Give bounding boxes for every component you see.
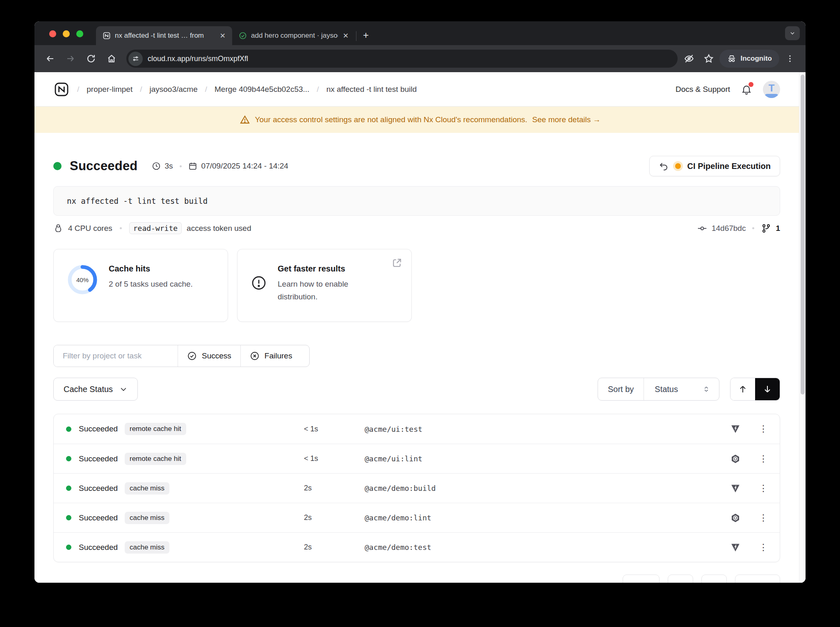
table-row[interactable]: Succeeded cache miss 2s @acme/demo:build…: [54, 473, 780, 503]
eslint-icon: [730, 454, 741, 464]
eye-off-icon[interactable]: [680, 50, 698, 68]
pagination-button[interactable]: [668, 575, 693, 583]
breadcrumb-repo[interactable]: jaysoo3/acme: [150, 85, 198, 94]
table-row[interactable]: Succeeded remote cache hit < 1s @acme/ui…: [54, 414, 780, 444]
bookmark-star-icon[interactable]: [700, 50, 718, 68]
row-status-label: Succeeded: [79, 513, 125, 522]
branch-icon: [761, 223, 772, 234]
distribution-title: Get faster results: [278, 264, 376, 274]
forward-icon[interactable]: [62, 50, 80, 68]
sort-descending-button[interactable]: [755, 378, 780, 400]
failures-filter-button[interactable]: Failures: [240, 345, 301, 367]
nx-favicon-icon: [103, 32, 111, 40]
commit-sha[interactable]: 14d67bdc: [712, 224, 746, 233]
sort-field-select[interactable]: Status: [644, 378, 719, 400]
back-icon[interactable]: [41, 50, 59, 68]
success-filter-button[interactable]: Success: [178, 345, 240, 367]
tab-title: add hero component · jaysoo: [251, 32, 338, 40]
cache-status-badge: cache miss: [125, 482, 169, 495]
breadcrumb: / proper-limpet / jaysoo3/acme / Merge 4…: [53, 81, 417, 98]
sort-ascending-button[interactable]: [730, 378, 755, 400]
dot-separator: [752, 227, 754, 229]
url-text[interactable]: cloud.nx.app/runs/smOmxpfXfl: [148, 55, 248, 63]
tab-close-icon[interactable]: ✕: [342, 32, 349, 40]
notification-dot: [749, 82, 753, 87]
breadcrumb-separator: /: [140, 85, 142, 94]
pagination-button[interactable]: [701, 575, 727, 583]
clock-icon: [152, 162, 161, 171]
browser-toolbar: cloud.nx.app/runs/smOmxpfXfl: [34, 45, 806, 72]
vitest-icon: [730, 542, 741, 553]
row-task-name: @acme/demo:lint: [365, 513, 431, 522]
ci-pipeline-execution-button[interactable]: CI Pipeline Execution: [649, 156, 780, 176]
row-duration: 2s: [304, 484, 312, 492]
banner-see-more-link[interactable]: See more details →: [532, 115, 601, 124]
pipeline-button-label: CI Pipeline Execution: [687, 162, 771, 171]
table-row[interactable]: Succeeded cache miss 2s @acme/demo:lint …: [54, 503, 780, 532]
distribution-card[interactable]: Get faster results Learn how to enable d…: [237, 249, 412, 322]
row-menu-button[interactable]: ⋮: [758, 513, 769, 523]
tab-hero-component[interactable]: add hero component · jaysoo ✕: [232, 26, 355, 45]
status-dot: [66, 456, 71, 461]
cache-hit-donut-chart: 40%: [67, 264, 98, 295]
tab-close-icon[interactable]: ✕: [219, 32, 226, 40]
row-menu-button[interactable]: ⋮: [758, 483, 769, 494]
avatar[interactable]: T: [763, 81, 780, 98]
sort-field-value: Status: [655, 385, 678, 394]
table-row[interactable]: Succeeded cache miss 2s @acme/demo:test …: [54, 532, 780, 562]
scrollbar-thumb[interactable]: [801, 75, 805, 394]
pagination-row-clipped: [53, 575, 780, 583]
window-controls[interactable]: [49, 30, 83, 37]
sort-controls: Cache Status Sort by Status: [53, 378, 780, 401]
new-tab-button[interactable]: +: [359, 27, 373, 43]
breadcrumb-separator: /: [205, 85, 207, 94]
zoom-window-button[interactable]: [76, 30, 83, 37]
tab-nx-run[interactable]: nx affected -t lint test … from ✕: [96, 26, 232, 45]
cache-hits-card[interactable]: 40% Cache hits 2 of 5 tasks used cache.: [53, 249, 228, 322]
minimize-window-button[interactable]: [63, 30, 70, 37]
status-dot: [66, 486, 71, 491]
run-status-row: Succeeded 3s: [53, 156, 780, 176]
notifications-bell-icon[interactable]: [741, 84, 752, 95]
home-icon[interactable]: [103, 50, 121, 68]
breadcrumb-workspace[interactable]: proper-limpet: [87, 85, 132, 94]
task-table: Succeeded remote cache hit < 1s @acme/ui…: [53, 414, 780, 562]
row-menu-button[interactable]: ⋮: [758, 542, 769, 553]
row-duration: < 1s: [304, 425, 318, 433]
dot-separator: [120, 227, 122, 229]
nx-logo-icon[interactable]: [53, 81, 70, 98]
row-menu-button[interactable]: ⋮: [758, 424, 769, 434]
breadcrumb-commit[interactable]: Merge 409b44e5cb02c53...: [215, 85, 309, 94]
cache-status-dropdown[interactable]: Cache Status: [53, 378, 138, 401]
row-task-name: @acme/ui:test: [365, 425, 422, 433]
avatar-body-shape: [765, 94, 778, 98]
reload-icon[interactable]: [82, 50, 100, 68]
status-dot: [66, 545, 71, 550]
breadcrumb-run[interactable]: nx affected -t lint test build: [326, 85, 417, 94]
filter-input[interactable]: [54, 345, 178, 367]
row-status-label: Succeeded: [79, 424, 125, 433]
page-header: / proper-limpet / jaysoo3/acme / Merge 4…: [34, 72, 806, 107]
tab-search-chevron-button[interactable]: [785, 26, 800, 40]
site-info-icon[interactable]: [128, 52, 143, 66]
chevron-down-icon: [119, 385, 128, 393]
pagination-button[interactable]: [735, 575, 780, 583]
external-link-icon[interactable]: [392, 258, 402, 268]
tab-divider: [356, 31, 356, 41]
access-token-badge: read-write: [129, 222, 182, 234]
cache-hit-percent: 40%: [67, 264, 98, 295]
pagination-button[interactable]: [623, 575, 660, 583]
pipeline-status-dot: [675, 163, 681, 169]
cache-hits-title: Cache hits: [109, 264, 193, 274]
run-duration: 3s 07/09/2025 14:24 - 14:24: [152, 162, 288, 171]
page-scrollbar[interactable]: [799, 72, 806, 583]
browser-menu-icon[interactable]: [781, 50, 799, 68]
docs-support-link[interactable]: Docs & Support: [676, 85, 730, 94]
row-task-name: @acme/ui:lint: [365, 454, 422, 463]
url-bar[interactable]: cloud.nx.app/runs/smOmxpfXfl: [126, 50, 678, 68]
table-row[interactable]: Succeeded remote cache hit < 1s @acme/ui…: [54, 444, 780, 473]
close-window-button[interactable]: [49, 30, 56, 37]
vite-icon: [730, 483, 741, 494]
row-menu-button[interactable]: ⋮: [758, 454, 769, 464]
incognito-badge[interactable]: Incognito: [719, 50, 779, 68]
